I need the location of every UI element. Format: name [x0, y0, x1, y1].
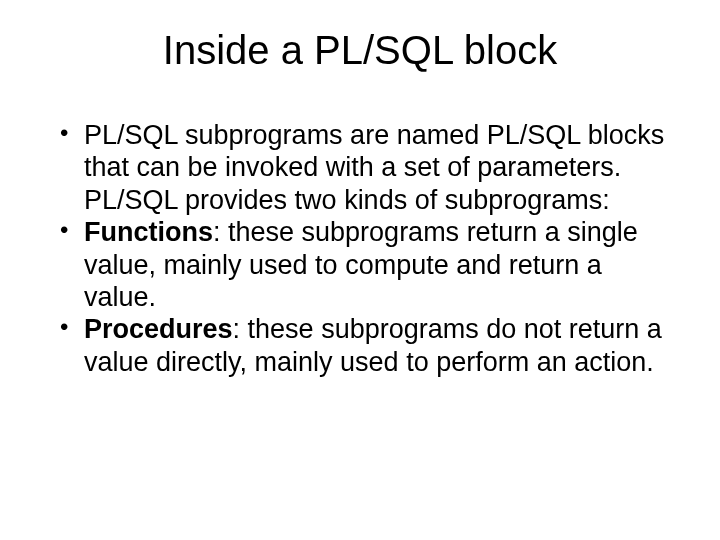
list-item: PL/SQL subprograms are named PL/SQL bloc…: [66, 119, 680, 216]
slide-title: Inside a PL/SQL block: [40, 28, 680, 73]
bullet-list: PL/SQL subprograms are named PL/SQL bloc…: [40, 119, 680, 378]
list-item-bold: Procedures: [84, 314, 233, 344]
list-item-text: PL/SQL subprograms are named PL/SQL bloc…: [84, 120, 664, 215]
list-item-bold: Functions: [84, 217, 213, 247]
list-item: Procedures: these subprograms do not ret…: [66, 313, 680, 378]
list-item: Functions: these subprograms return a si…: [66, 216, 680, 313]
